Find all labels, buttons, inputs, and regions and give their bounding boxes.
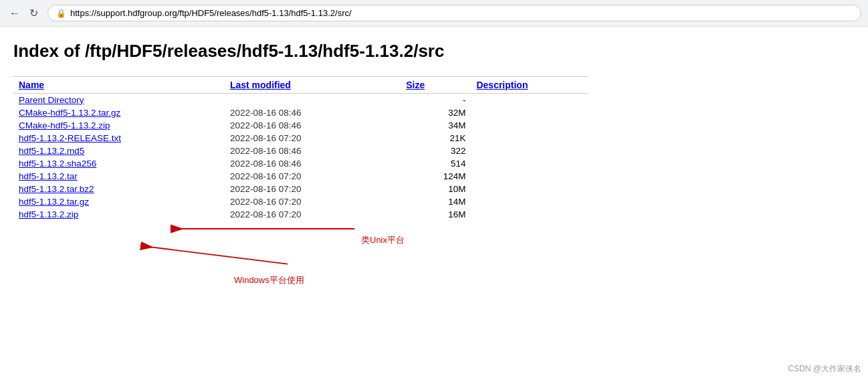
file-link[interactable]: hdf5-1.13.2.zip (19, 209, 78, 219)
file-name-cell: hdf5-1.13.2.md5 (13, 145, 225, 157)
file-size-cell: 34M (401, 119, 471, 132)
file-size-cell: 322 (401, 145, 471, 157)
file-desc-cell (471, 183, 588, 195)
file-size-cell: 32M (401, 106, 471, 119)
col-size-link[interactable]: Size (406, 80, 425, 90)
file-desc-cell (471, 157, 588, 170)
svg-line-2 (140, 246, 288, 264)
page-wrapper: Index of /ftp/HDF5/releases/hdf5-1.13/hd… (0, 27, 868, 378)
file-date-cell: 2022-08-16 07:20 (225, 132, 401, 145)
file-link[interactable]: hdf5-1.13.2-RELEASE.txt (19, 133, 121, 143)
file-link[interactable]: hdf5-1.13.2.tar.gz (19, 197, 89, 207)
table-row: hdf5-1.13.2-RELEASE.txt2022-08-16 07:202… (13, 132, 588, 145)
url-text: https://support.hdfgroup.org/ftp/HDF5/re… (70, 8, 853, 18)
file-link[interactable]: Parent Directory (19, 95, 84, 105)
file-desc-cell (471, 170, 588, 183)
file-desc-cell (471, 145, 588, 157)
file-table-body: Parent Directory-CMake-hdf5-1.13.2.tar.g… (13, 93, 588, 221)
annotation-unix: 类Unix平台 (361, 234, 405, 246)
file-name-cell: CMake-hdf5-1.13.2.tar.gz (13, 106, 225, 119)
file-name-cell: Parent Directory (13, 93, 225, 106)
col-name: Name (13, 76, 225, 93)
file-link[interactable]: hdf5-1.13.2.tar (19, 171, 78, 181)
file-name-cell: hdf5-1.13.2.zip (13, 208, 225, 221)
file-date-cell: 2022-08-16 07:20 (225, 183, 401, 195)
file-date-cell: 2022-08-16 08:46 (225, 106, 401, 119)
file-date-cell: 2022-08-16 07:20 (225, 208, 401, 221)
file-desc-cell (471, 119, 588, 132)
file-date-cell: 2022-08-16 08:46 (225, 157, 401, 170)
table-row: hdf5-1.13.2.md52022-08-16 08:46322 (13, 145, 588, 157)
file-date-cell (225, 93, 401, 106)
col-size: Size (401, 76, 471, 93)
col-modified: Last modified (225, 76, 401, 93)
file-size-cell: 124M (401, 170, 471, 183)
refresh-button[interactable]: ↻ (27, 5, 41, 21)
file-name-cell: hdf5-1.13.2.tar.bz2 (13, 183, 225, 195)
page-content: Index of /ftp/HDF5/releases/hdf5-1.13/hd… (0, 27, 602, 234)
file-size-cell: - (401, 93, 471, 106)
file-date-cell: 2022-08-16 08:46 (225, 119, 401, 132)
table-row: CMake-hdf5-1.13.2.tar.gz2022-08-16 08:46… (13, 106, 588, 119)
table-row: hdf5-1.13.2.sha2562022-08-16 08:46514 (13, 157, 588, 170)
col-modified-link[interactable]: Last modified (230, 80, 291, 90)
file-link[interactable]: CMake-hdf5-1.13.2.zip (19, 120, 110, 130)
lock-icon: 🔒 (56, 9, 66, 18)
csdn-watermark: CSDN @大作家侠名 (788, 363, 861, 375)
browser-chrome: ← ↻ 🔒 https://support.hdfgroup.org/ftp/H… (0, 0, 868, 27)
file-link[interactable]: CMake-hdf5-1.13.2.tar.gz (19, 108, 120, 118)
file-name-cell: hdf5-1.13.2.tar.gz (13, 195, 225, 208)
file-name-cell: hdf5-1.13.2-RELEASE.txt (13, 132, 225, 145)
file-size-cell: 10M (401, 183, 471, 195)
file-link[interactable]: hdf5-1.13.2.tar.bz2 (19, 184, 94, 194)
file-date-cell: 2022-08-16 07:20 (225, 195, 401, 208)
back-button[interactable]: ← (7, 6, 23, 21)
file-desc-cell (471, 93, 588, 106)
file-desc-cell (471, 195, 588, 208)
file-size-cell: 21K (401, 132, 471, 145)
table-row: hdf5-1.13.2.tar2022-08-16 07:20124M (13, 170, 588, 183)
table-row: hdf5-1.13.2.zip2022-08-16 07:2016M (13, 208, 588, 221)
table-header-row: Name Last modified Size Description (13, 76, 588, 93)
file-link[interactable]: hdf5-1.13.2.md5 (19, 146, 84, 156)
table-row: hdf5-1.13.2.tar.gz2022-08-16 07:2014M (13, 195, 588, 208)
annotation-windows: Windows平台使用 (234, 274, 304, 286)
file-size-cell: 14M (401, 195, 471, 208)
col-description-link[interactable]: Description (476, 80, 528, 90)
file-table: Name Last modified Size Description Pare… (13, 76, 588, 221)
file-desc-cell (471, 106, 588, 119)
file-size-cell: 16M (401, 208, 471, 221)
col-name-link[interactable]: Name (19, 80, 44, 90)
nav-buttons: ← ↻ (7, 5, 41, 21)
file-name-cell: hdf5-1.13.2.sha256 (13, 157, 225, 170)
file-link[interactable]: hdf5-1.13.2.sha256 (19, 159, 96, 169)
table-row: hdf5-1.13.2.tar.bz22022-08-16 07:2010M (13, 183, 588, 195)
file-name-cell: CMake-hdf5-1.13.2.zip (13, 119, 225, 132)
page-title: Index of /ftp/HDF5/releases/hdf5-1.13/hd… (13, 40, 588, 63)
file-desc-cell (471, 208, 588, 221)
table-row: CMake-hdf5-1.13.2.zip2022-08-16 08:4634M (13, 119, 588, 132)
file-date-cell: 2022-08-16 07:20 (225, 170, 401, 183)
file-size-cell: 514 (401, 157, 471, 170)
file-date-cell: 2022-08-16 08:46 (225, 145, 401, 157)
file-desc-cell (471, 132, 588, 145)
col-description: Description (471, 76, 588, 93)
table-row: Parent Directory- (13, 93, 588, 106)
address-bar[interactable]: 🔒 https://support.hdfgroup.org/ftp/HDF5/… (47, 5, 861, 21)
file-name-cell: hdf5-1.13.2.tar (13, 170, 225, 183)
